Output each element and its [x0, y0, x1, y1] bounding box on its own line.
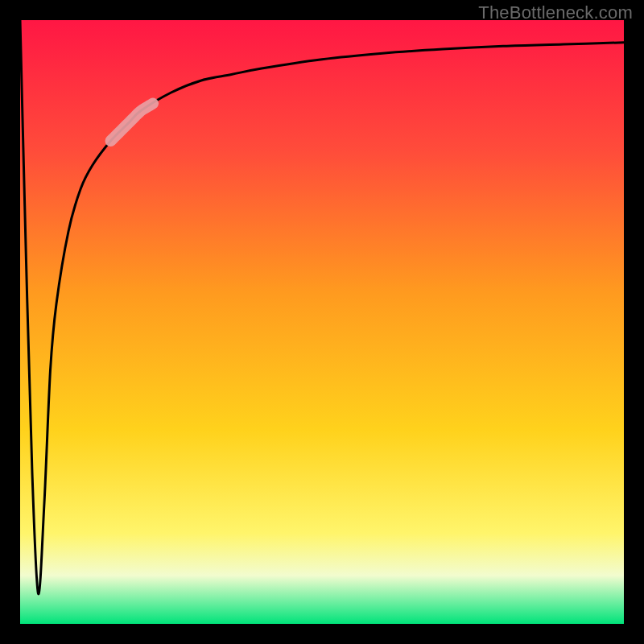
plot-area: [20, 20, 624, 624]
chart-frame: TheBottleneck.com: [0, 0, 644, 644]
bottleneck-curve: [20, 20, 624, 624]
